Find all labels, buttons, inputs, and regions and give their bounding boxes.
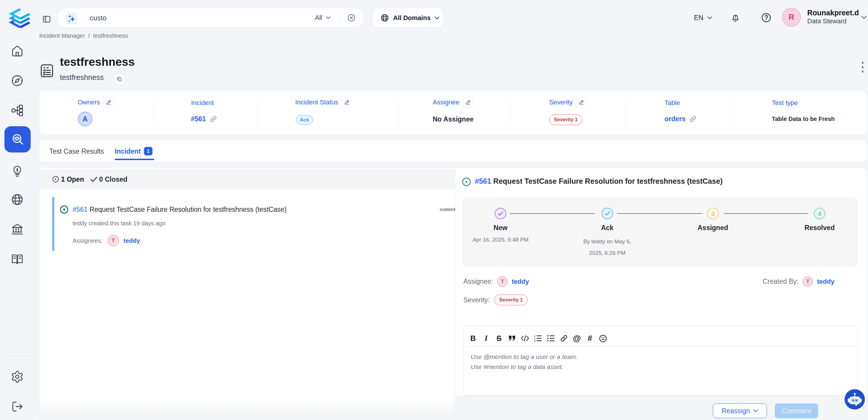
svg-text:4: 4	[818, 210, 822, 217]
svg-text:3: 3	[534, 340, 536, 342]
svg-text:3: 3	[711, 210, 715, 217]
